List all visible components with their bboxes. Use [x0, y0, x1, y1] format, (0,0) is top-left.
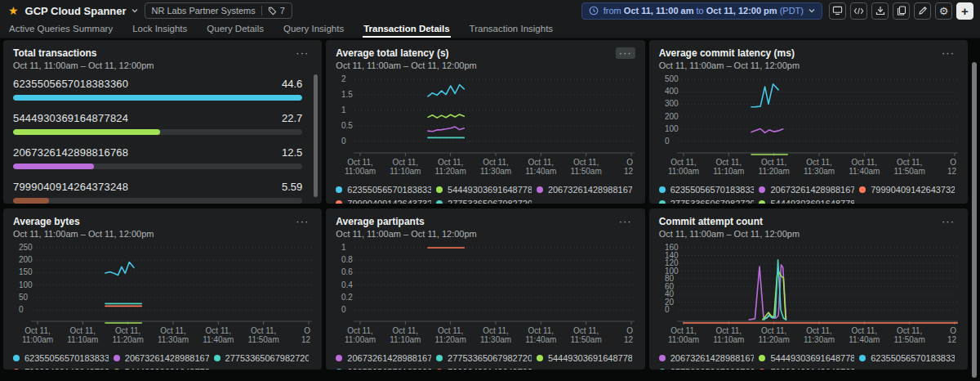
- svg-text:11:30am: 11:30am: [804, 335, 835, 344]
- bar-row: 623550565701838336044.6: [13, 78, 302, 101]
- tab-transaction-details[interactable]: Transaction Details: [363, 24, 450, 38]
- legend-item[interactable]: 5444930369164877824: [436, 185, 532, 195]
- bar-track: [13, 95, 302, 101]
- legend-item[interactable]: 2067326142898816768: [659, 353, 755, 363]
- tab-transaction-insights[interactable]: Transaction Insights: [469, 24, 554, 38]
- legend-dot: [436, 355, 443, 361]
- svg-text:11:30am: 11:30am: [804, 167, 835, 176]
- panel-menu-ellipsis-icon[interactable]: ···: [292, 47, 312, 59]
- svg-text:Oct 11,: Oct 11,: [806, 326, 832, 335]
- panel-menu-ellipsis-icon[interactable]: ···: [616, 216, 635, 227]
- bar-label: 7999040914264373248: [13, 181, 128, 193]
- tab-active-queries-summary[interactable]: Active Queries Summary: [8, 24, 114, 38]
- svg-text:11:50am: 11:50am: [893, 335, 924, 344]
- view-code-button[interactable]: [850, 2, 867, 20]
- svg-text:Oct 11,: Oct 11,: [573, 326, 599, 335]
- panel-scrollbar[interactable]: [314, 74, 318, 197]
- legend-item[interactable]: 6235505657018383360: [859, 353, 955, 363]
- svg-text:11:20am: 11:20am: [113, 335, 144, 344]
- legend-label: 2067326142898816768: [548, 185, 632, 195]
- legend-item[interactable]: 7999040914264373248: [13, 367, 109, 370]
- svg-text:O: O: [627, 326, 634, 335]
- legend-item[interactable]: 2067326142898816768: [759, 185, 854, 195]
- settings-button[interactable]: ⚙: [935, 2, 952, 20]
- tv-mode-button[interactable]: [829, 2, 846, 20]
- legend-label: 6235505657018383360: [347, 367, 431, 370]
- legend-item[interactable]: 5444930369164877824: [537, 353, 632, 363]
- dashboard-title-dropdown[interactable]: GCP Cloud Spanner: [25, 5, 138, 17]
- legend-item[interactable]: 2775336506798272000: [436, 353, 532, 363]
- legend-item[interactable]: 7999040914264373248: [859, 185, 955, 195]
- legend-item[interactable]: 2775336506798272000: [214, 353, 310, 363]
- bar-row: 544493036916487782422.7: [13, 112, 302, 135]
- legend-item[interactable]: 2775336506798272000: [659, 199, 755, 204]
- svg-text:11:30am: 11:30am: [480, 335, 511, 344]
- bar-value: 12.5: [282, 146, 302, 159]
- legend-item[interactable]: 2775336506798272000: [436, 199, 532, 204]
- panel-menu-ellipsis-icon[interactable]: ···: [938, 216, 958, 227]
- tab-query-insights[interactable]: Query Insights: [283, 24, 345, 38]
- legend-item[interactable]: 7999040914264373248: [436, 367, 532, 370]
- legend-dot: [537, 355, 543, 361]
- svg-text:Oct 11,: Oct 11,: [160, 326, 186, 335]
- svg-text:50: 50: [19, 293, 29, 302]
- add-button[interactable]: +: [956, 2, 973, 20]
- legend-dot: [759, 369, 765, 370]
- favorite-star-icon[interactable]: ★: [8, 5, 19, 16]
- panel-menu-ellipsis-icon[interactable]: ···: [292, 216, 312, 227]
- tab-lock-insights[interactable]: Lock Insights: [131, 24, 188, 38]
- legend-item[interactable]: 2067326142898816768: [336, 353, 431, 363]
- legend-item[interactable]: 2067326142898816768: [114, 353, 209, 363]
- legend-item[interactable]: 6235505657018383360: [659, 185, 755, 195]
- legend-item[interactable]: 6235505657018383360: [336, 185, 431, 195]
- badge-divider: [261, 6, 262, 16]
- legend-item[interactable]: 5444930369164877824: [114, 367, 209, 370]
- svg-text:250: 250: [19, 243, 33, 252]
- legend-item[interactable]: 5444930369164877824: [759, 353, 854, 363]
- legend-item[interactable]: 7999040914264373248: [759, 367, 854, 370]
- svg-text:60: 60: [665, 282, 675, 291]
- dashboard-grid: Total transactions Oct 11, 11:00am – Oct…: [0, 38, 980, 370]
- svg-text:Oct 11,: Oct 11,: [573, 158, 599, 167]
- svg-text:O: O: [304, 326, 310, 335]
- svg-text:100: 100: [665, 124, 679, 133]
- legend-dot: [659, 186, 666, 193]
- svg-text:11:00am: 11:00am: [345, 335, 376, 344]
- tab-query-details[interactable]: Query Details: [206, 24, 265, 38]
- panel-menu-ellipsis-icon[interactable]: ···: [938, 47, 958, 59]
- panel-menu-ellipsis-icon[interactable]: ···: [616, 47, 635, 59]
- legend-item[interactable]: 6235505657018383360: [336, 367, 431, 370]
- svg-text:150: 150: [19, 267, 33, 276]
- legend-item[interactable]: 7999040914264373248: [336, 199, 431, 204]
- legend-label: 6235505657018383360: [24, 353, 109, 363]
- svg-text:11:40am: 11:40am: [526, 167, 557, 176]
- gear-icon: ⚙: [939, 6, 949, 16]
- series-line: [428, 114, 464, 118]
- legend-dot: [336, 369, 342, 370]
- bar-list: 623550565701838336044.654449303691648778…: [13, 78, 312, 204]
- time-range-picker[interactable]: from Oct 11, 11:00 am to Oct 11, 12:00 p…: [581, 2, 822, 20]
- svg-text:12: 12: [624, 167, 634, 176]
- legend-item[interactable]: 2067326142898816768: [537, 185, 632, 195]
- copy-button[interactable]: [893, 2, 910, 20]
- line-chart: 0100200300400500Oct 11,11:00amOct 11,11:…: [659, 74, 958, 179]
- legend-label: 2067326142898816768: [670, 353, 755, 363]
- legend-item[interactable]: 6235505657018383360: [13, 353, 109, 363]
- legend-item[interactable]: 5444930369164877824: [759, 199, 854, 204]
- svg-text:Oct 11,: Oct 11,: [393, 158, 418, 167]
- svg-text:11:00am: 11:00am: [668, 335, 699, 344]
- edit-button[interactable]: [914, 2, 931, 20]
- export-button[interactable]: [871, 2, 889, 20]
- page-scrollbar[interactable]: [972, 62, 977, 378]
- account-tag-badge[interactable]: NR Labs Partner Systems 7: [145, 2, 292, 19]
- svg-text:11:00am: 11:00am: [345, 167, 376, 176]
- legend-label: 6235505657018383360: [670, 185, 755, 195]
- svg-text:11:10am: 11:10am: [390, 167, 421, 176]
- legend-dot: [336, 186, 342, 193]
- svg-text:11:20am: 11:20am: [758, 335, 789, 344]
- legend-dot: [114, 355, 120, 361]
- legend-dot: [759, 200, 765, 204]
- legend-item[interactable]: 2775336506798272000: [659, 367, 755, 370]
- line-chart: 020406080100120140160Oct 11,11:00amOct 1…: [659, 243, 958, 347]
- legend-label: 5444930369164877824: [770, 353, 854, 363]
